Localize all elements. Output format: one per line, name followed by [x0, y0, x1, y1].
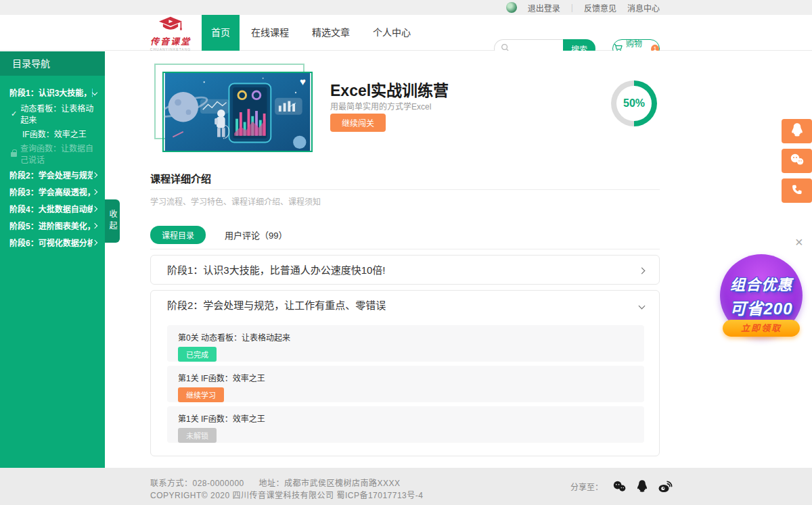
- sidebar-item-stage6[interactable]: 阶段6：可视化数据分析，帮老板...: [7, 234, 99, 251]
- stage-label: 阶段2：学会处理与规范，让工作...: [9, 169, 93, 181]
- footer-contact: 联系方式：028-0000000: [150, 479, 244, 488]
- accordion-stage1-label: 阶段1：认识3大技能，比普通人办公速度快10倍!: [167, 264, 386, 276]
- stage-label: 阶段6：可视化数据分析，帮老板...: [9, 237, 93, 248]
- lesson-card-2[interactable]: 第1关 IF函数：效率之王 未解锁: [167, 406, 644, 443]
- detail-section-title: 课程详细介绍: [150, 171, 211, 185]
- chevron-right-icon: [92, 172, 97, 177]
- continue-button[interactable]: 继续闯关: [330, 114, 386, 132]
- user-avatar[interactable]: [506, 2, 517, 13]
- messages-link[interactable]: 消息中心: [627, 2, 660, 14]
- accordion-stage2: 阶段2：学会处理与规范，让工作有重点、零错误 第0关 动态看板：让表格动起来 已…: [150, 290, 660, 456]
- stage-label: 阶段4：大批数据自动统计分析，...: [9, 203, 93, 214]
- page: 退出登录 | 反馈意见 消息中心 传音课堂 CHUANYINKETANG 首页 …: [0, 0, 812, 505]
- lesson-title: 第0关 动态看板：让表格动起来: [178, 331, 633, 343]
- chevron-right-icon: [92, 222, 97, 228]
- logout-link[interactable]: 退出登录: [528, 2, 560, 14]
- stage-label: 阶段3：学会高级透视，拥有同时...: [9, 186, 93, 197]
- qq-icon: [790, 122, 804, 140]
- tab-comments[interactable]: 用户评论（99）: [225, 229, 287, 241]
- sub-label: 查询函数：让数据自己说话: [20, 142, 97, 165]
- site-logo[interactable]: 传音课堂 CHUANYINKETANG: [142, 16, 199, 51]
- progress-value: 50%: [623, 97, 645, 110]
- feedback-link[interactable]: 反馈意见: [584, 2, 616, 14]
- stage1-label: 阶段1：认识3大技能，比普通人...: [9, 87, 93, 98]
- footer-contact-line: 联系方式：028-0000000 地址：成都市武侯区槐树店南路XXXX: [150, 477, 401, 488]
- main-content: ♥ Excel实战训练营 用最简单实用的方式学Excel 继续闯关 50% 课程…: [150, 51, 660, 468]
- chevron-down-icon: [639, 303, 646, 310]
- header: 传音课堂 CHUANYINKETANG 首页 在线课程 精选文章 个人中心 搜索: [0, 15, 812, 51]
- topbar-divider: |: [571, 3, 573, 12]
- detail-section-desc: 学习流程、学习特色、课程详细介绍、课程须知: [150, 195, 321, 207]
- sub-label: 动态看板：让表格动起来: [20, 102, 97, 125]
- progress-ring: 50%: [611, 80, 657, 126]
- chevron-right-icon: [92, 239, 97, 245]
- lesson-card-1[interactable]: 第1关 IF函数：效率之王 继续学习: [167, 366, 644, 402]
- sidebar-title: 目录导航: [0, 51, 105, 76]
- divider: [150, 189, 660, 190]
- sidebar-sub-dashboard[interactable]: ✓ 动态看板：让表格动起来: [7, 101, 99, 126]
- chevron-right-icon: [92, 206, 97, 211]
- lesson-title: 第1关 IF函数：效率之王: [178, 372, 633, 383]
- nav-item-profile[interactable]: 个人中心: [361, 15, 422, 51]
- progress-ring-inner: 50%: [616, 86, 652, 121]
- graduation-cap-icon: [156, 23, 185, 34]
- qq-contact-button[interactable]: [782, 119, 812, 143]
- main-nav: 首页 在线课程 精选文章 个人中心: [202, 15, 422, 51]
- promo-line1: 组合优惠: [730, 272, 792, 294]
- phone-contact-button[interactable]: [782, 178, 812, 203]
- sidebar-item-stage4[interactable]: 阶段4：大批数据自动统计分析，...: [7, 200, 99, 217]
- tab-catalog[interactable]: 课程目录: [150, 226, 206, 244]
- sub-label: IF函数：效率之王: [22, 128, 87, 139]
- divider: [150, 249, 660, 249]
- wechat-icon: [790, 153, 805, 168]
- nav-item-articles[interactable]: 精选文章: [300, 15, 361, 51]
- promo-line2: 可省200: [729, 295, 792, 319]
- status-badge-continue[interactable]: 继续学习: [178, 387, 224, 402]
- promo-close-icon[interactable]: ×: [795, 235, 803, 249]
- lock-icon: [11, 152, 17, 157]
- phone-icon: [791, 184, 803, 198]
- check-icon: ✓: [11, 110, 17, 118]
- chevron-right-icon: [639, 268, 646, 274]
- footer: 联系方式：028-0000000 地址：成都市武侯区槐树店南路XXXX COPY…: [0, 468, 812, 505]
- catalog-sidebar: 目录导航 阶段1：认识3大技能，比普通人... ✓ 动态看板：让表格动起来 IF…: [0, 51, 105, 468]
- accordion-stage1-header[interactable]: 阶段1：认识3大技能，比普通人办公速度快10倍!: [151, 256, 659, 285]
- course-title: Excel实战训练营: [330, 78, 449, 101]
- chevron-down-icon: [92, 89, 97, 95]
- sidebar-sub-if[interactable]: IF函数：效率之王: [7, 126, 99, 141]
- sidebar-list: 阶段1：认识3大技能，比普通人... ✓ 动态看板：让表格动起来 IF函数：效率…: [0, 76, 105, 251]
- sidebar-item-stage2[interactable]: 阶段2：学会处理与规范，让工作...: [7, 166, 99, 183]
- footer-address: 地址：成都市武侯区槐树店南路XXXX: [259, 479, 401, 488]
- detail-tabs: 课程目录 用户评论（99）: [150, 226, 287, 243]
- lesson-card-0[interactable]: 第0关 动态看板：让表格动起来 已完成: [167, 325, 644, 362]
- lesson-title: 第1关 IF函数：效率之王: [178, 412, 633, 424]
- status-badge-locked[interactable]: 未解锁: [178, 428, 217, 443]
- topbar: 退出登录 | 反馈意见 消息中心: [0, 0, 812, 15]
- footer-copyright: COPYRIGHT© 2020 四川传音课堂科技有限公司 蜀ICP备170177…: [150, 489, 423, 500]
- sidebar-item-stage3[interactable]: 阶段3：学会高级透视，拥有同时...: [7, 183, 99, 200]
- accordion-stage1[interactable]: 阶段1：认识3大技能，比普通人办公速度快10倍!: [150, 255, 660, 285]
- logo-title: 传音课堂: [142, 34, 199, 47]
- share-label: 分享至：: [570, 481, 603, 492]
- accordion-stage2-label: 阶段2：学会处理与规范，让工作有重点、零错误: [167, 299, 386, 311]
- sidebar-sub-lookup[interactable]: 查询函数：让数据自己说话: [7, 141, 99, 166]
- share-bar: 分享至：: [570, 479, 673, 493]
- status-badge-done[interactable]: 已完成: [178, 347, 217, 362]
- course-subtitle: 用最简单实用的方式学Excel: [330, 100, 431, 112]
- accordion-stage2-header[interactable]: 阶段2：学会处理与规范，让工作有重点、零错误: [151, 291, 659, 320]
- nav-item-courses[interactable]: 在线课程: [240, 15, 300, 51]
- wechat-share-icon[interactable]: [612, 481, 627, 492]
- sidebar-item-stage1[interactable]: 阶段1：认识3大技能，比普通人...: [7, 84, 99, 101]
- sidebar-collapse-button[interactable]: 收起: [105, 199, 120, 243]
- favorite-heart-icon[interactable]: ♥: [300, 76, 306, 87]
- weibo-share-icon[interactable]: [658, 479, 673, 493]
- course-thumbnail[interactable]: ♥: [162, 72, 313, 152]
- nav-item-home[interactable]: 首页: [202, 15, 240, 51]
- sidebar-item-stage5[interactable]: 阶段5：进阶图表美化，让汇报一...: [7, 217, 99, 234]
- qq-share-icon[interactable]: [636, 479, 648, 493]
- promo-claim-button[interactable]: 立即领取: [723, 320, 800, 337]
- wechat-contact-button[interactable]: [782, 149, 812, 173]
- stage-label: 阶段5：进阶图表美化，让汇报一...: [9, 220, 93, 231]
- chevron-right-icon: [92, 189, 97, 194]
